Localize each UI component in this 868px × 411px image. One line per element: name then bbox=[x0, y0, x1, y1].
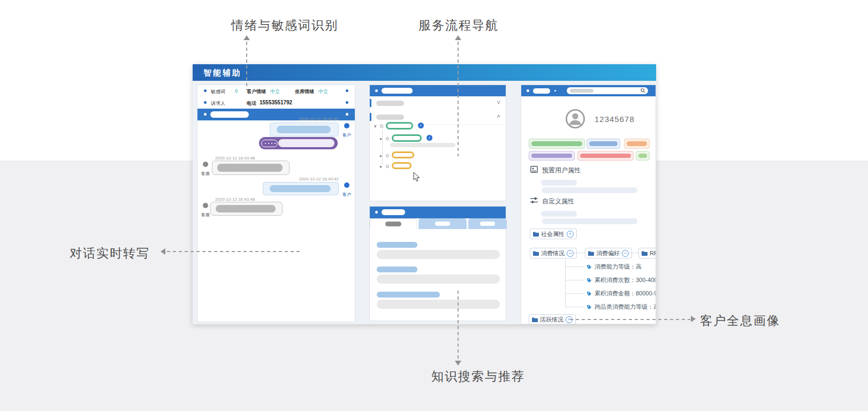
user-tag[interactable] bbox=[636, 151, 650, 161]
custom-attrs-title: 自定义属性 bbox=[542, 197, 574, 206]
marker-dot-icon bbox=[204, 113, 207, 116]
tree-node-step1[interactable]: ▾ ✓ bbox=[374, 120, 424, 130]
node-label: 消费情况 bbox=[541, 249, 565, 257]
node-preference[interactable]: 消费偏好 − bbox=[585, 248, 632, 258]
chevron-up-icon[interactable]: ˄ bbox=[497, 113, 500, 119]
id-card-icon bbox=[530, 166, 538, 173]
caller-row: 诉求人 电话 15553551792 bbox=[197, 97, 355, 109]
app-window: 智能辅助 敏感词 0 客户情绪 中立 坐席情绪 中立 诉求人 电话 155535… bbox=[193, 64, 656, 324]
message-time: 2020-12-12 16:43:48 bbox=[215, 197, 255, 202]
node-rfm[interactable]: RFM − bbox=[638, 248, 656, 258]
node-activity[interactable]: 活跃情况 + bbox=[529, 314, 576, 324]
transcription-panel: 敏感词 0 客户情绪 中立 坐席情绪 中立 诉求人 电话 15553551792… bbox=[197, 85, 355, 322]
agent-mood-value: 中立 bbox=[318, 88, 328, 95]
tag-fill bbox=[580, 154, 631, 158]
profile-tag-row: 累积消费次数：300-400 bbox=[587, 276, 656, 284]
step-pill-pending[interactable] bbox=[392, 162, 412, 169]
plus-icon[interactable]: + bbox=[567, 231, 574, 238]
agent-avatar: 客服 bbox=[200, 162, 211, 177]
callout-flow-line bbox=[458, 42, 459, 156]
result-title-placeholder[interactable] bbox=[377, 267, 417, 272]
result-snippet-placeholder bbox=[377, 300, 500, 309]
attr-placeholder bbox=[541, 180, 577, 186]
callout-portrait-label: 客户全息画像 bbox=[700, 313, 780, 329]
customer-mood-value: 中立 bbox=[270, 88, 280, 95]
profile-tag-text: 跨品类消费能力等级：高 bbox=[595, 303, 656, 311]
callout-knowledge-line bbox=[458, 291, 459, 360]
user-tag[interactable] bbox=[587, 139, 620, 149]
tab-label-placeholder bbox=[480, 222, 495, 226]
step-pill-done[interactable] bbox=[392, 134, 422, 142]
node-consumption[interactable]: 消费情况 − bbox=[530, 248, 577, 258]
node-social-attrs[interactable]: 社会属性 + bbox=[530, 229, 577, 239]
agent-avatar-label: 客服 bbox=[201, 212, 210, 217]
tab-label-placeholder bbox=[385, 222, 401, 226]
tree-connector bbox=[565, 280, 584, 280]
accent-bar bbox=[370, 99, 371, 107]
node-dot-icon bbox=[386, 165, 389, 168]
arrowhead-up bbox=[455, 35, 461, 40]
marker-dot-icon bbox=[204, 101, 207, 104]
search-icon[interactable] bbox=[641, 88, 645, 93]
attr-placeholder bbox=[542, 187, 637, 193]
redacted-text bbox=[278, 139, 334, 147]
user-tag[interactable] bbox=[624, 139, 650, 149]
sensitive-word-label: 敏感词 bbox=[211, 88, 225, 95]
tag-fill bbox=[627, 141, 647, 146]
sentiment-row: 敏感词 0 客户情绪 中立 坐席情绪 中立 bbox=[197, 85, 355, 97]
minus-icon[interactable]: − bbox=[567, 250, 574, 257]
tag-icon bbox=[587, 305, 592, 310]
search-input[interactable] bbox=[567, 87, 648, 94]
caret-right-icon[interactable]: ▸ bbox=[380, 164, 383, 169]
highlighted-message-bubble bbox=[259, 137, 338, 149]
caret-down-icon[interactable]: ▾ bbox=[374, 124, 377, 129]
customer-avatar-label: 客户 bbox=[342, 192, 351, 197]
marker-dot-icon bbox=[375, 211, 378, 214]
sensitive-word-count: 0 bbox=[235, 88, 238, 94]
sliders-icon bbox=[530, 197, 538, 204]
profile-tag-row: 累积消费金额：80000-90000 bbox=[587, 290, 656, 298]
tab-inactive[interactable] bbox=[468, 218, 507, 229]
search-placeholder bbox=[570, 89, 593, 93]
message-time: 2020-12-12 16:41:42 bbox=[299, 117, 339, 121]
tab-inactive[interactable] bbox=[418, 218, 467, 229]
tree-node-step2[interactable]: ▸ ✓ bbox=[380, 133, 432, 142]
step-pill-pending[interactable] bbox=[392, 151, 414, 158]
tree-node-step3[interactable]: ▸ bbox=[380, 150, 414, 159]
node-label: 社会属性 bbox=[541, 230, 565, 238]
marker-dot-icon bbox=[346, 89, 348, 92]
result-title-placeholder[interactable] bbox=[377, 292, 440, 298]
tab-active[interactable] bbox=[370, 218, 417, 229]
profile-header bbox=[521, 85, 656, 96]
current-step-highlight bbox=[390, 143, 455, 147]
tree-node-step4[interactable]: ▸ bbox=[380, 161, 412, 170]
step-pill-done[interactable] bbox=[386, 122, 413, 130]
customer-avatar-icon bbox=[344, 123, 349, 128]
chevron-down-icon[interactable]: ˅ bbox=[497, 99, 500, 105]
result-snippet-placeholder bbox=[377, 275, 500, 284]
section-title-placeholder bbox=[376, 115, 404, 120]
marker-dot-icon bbox=[375, 89, 378, 92]
nav-section-collapsed[interactable]: ˅ bbox=[370, 96, 506, 111]
user-tag[interactable] bbox=[529, 151, 575, 161]
tag-icon bbox=[587, 291, 592, 296]
tag-fill bbox=[531, 154, 572, 158]
redacted-text bbox=[217, 164, 283, 172]
user-tag[interactable] bbox=[577, 151, 634, 161]
node-label: 活跃情况 bbox=[540, 316, 564, 324]
customer-avatar: 客户 bbox=[341, 182, 353, 198]
folder-icon bbox=[533, 251, 539, 256]
caret-right-icon[interactable]: ▸ bbox=[380, 153, 383, 158]
redacted-text bbox=[216, 205, 276, 212]
customer-message-bubble bbox=[270, 123, 339, 136]
arrowhead-left bbox=[161, 248, 165, 255]
minus-icon[interactable]: − bbox=[622, 250, 629, 257]
redacted-text bbox=[270, 185, 331, 192]
caret-right-icon[interactable]: ▸ bbox=[380, 136, 383, 141]
tree-connector bbox=[565, 307, 584, 307]
callout-emotion-label: 情绪与敏感词识别 bbox=[231, 17, 338, 34]
user-tag[interactable] bbox=[529, 139, 585, 149]
mouse-cursor-icon bbox=[413, 172, 420, 182]
phone-label: 电话 bbox=[247, 100, 256, 107]
result-title-placeholder[interactable] bbox=[377, 242, 417, 248]
